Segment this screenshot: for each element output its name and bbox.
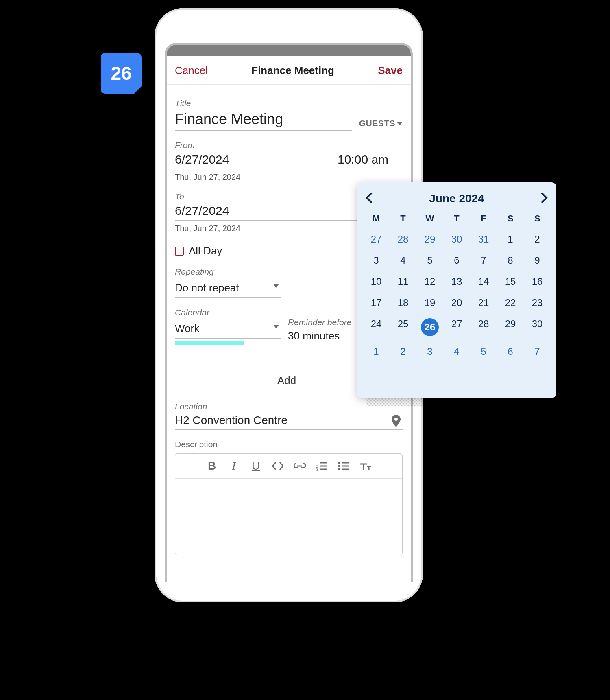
- repeating-select[interactable]: Do not repeat: [175, 279, 281, 298]
- calendar-day[interactable]: 30: [443, 229, 470, 250]
- calendar-day[interactable]: 16: [524, 271, 551, 292]
- calendar-day[interactable]: 2: [390, 341, 416, 362]
- calendar-week: 1234567: [363, 341, 551, 362]
- calendar-day[interactable]: 13: [443, 271, 470, 292]
- chevron-down-icon: [273, 325, 279, 328]
- calendar-weekday: W: [416, 213, 443, 224]
- calendar-day[interactable]: 21: [470, 292, 497, 313]
- calendar-value: Work: [175, 322, 199, 335]
- calendar-week: 272829303112: [363, 229, 551, 250]
- title-input[interactable]: Finance Meeting: [175, 111, 352, 131]
- calendar-day[interactable]: 1: [497, 229, 524, 250]
- title-label: Title: [175, 98, 403, 108]
- from-date-input[interactable]: 6/27/2024: [175, 153, 330, 169]
- svg-point-3: [338, 462, 340, 464]
- chevron-down-icon: [273, 284, 279, 288]
- svg-text:3: 3: [316, 468, 318, 471]
- next-month-button[interactable]: [540, 192, 548, 205]
- calendar-day[interactable]: 24: [363, 313, 390, 341]
- calendar-week: 10111213141516: [363, 271, 551, 292]
- calendar-weekday: S: [524, 213, 551, 224]
- calendar-day[interactable]: 20: [443, 292, 470, 313]
- calendar-day[interactable]: 6: [497, 341, 524, 362]
- calendar-day[interactable]: 18: [390, 292, 416, 313]
- prev-month-button[interactable]: [365, 192, 373, 205]
- calendar-day[interactable]: 4: [390, 250, 416, 271]
- calendar-day[interactable]: 31: [470, 229, 497, 250]
- save-button[interactable]: Save: [378, 64, 403, 77]
- calendar-day[interactable]: 30: [524, 313, 551, 341]
- calendar-day[interactable]: 19: [416, 292, 443, 313]
- calendar-day[interactable]: 28: [390, 229, 416, 250]
- calendar-week: 24252627282930: [363, 313, 551, 341]
- from-label: From: [175, 140, 403, 150]
- calendar-day[interactable]: 8: [497, 250, 524, 271]
- add-label: Add: [277, 374, 296, 387]
- svg-point-5: [338, 468, 340, 470]
- calendar-month-label: June 2024: [429, 192, 484, 205]
- location-input[interactable]: H2 Convention Centre: [175, 414, 403, 430]
- calendar-weekday: T: [390, 213, 416, 224]
- calendar-day[interactable]: 29: [416, 229, 443, 250]
- calendar-weekday: S: [497, 213, 524, 224]
- calendar-day[interactable]: 27: [443, 313, 470, 341]
- calendar-day[interactable]: 9: [524, 250, 551, 271]
- text-size-icon[interactable]: [359, 459, 372, 472]
- calendar-day[interactable]: 6: [443, 250, 470, 271]
- calendar-week: 3456789: [363, 250, 551, 271]
- calendar-day[interactable]: 11: [390, 271, 416, 292]
- calendar-day[interactable]: 15: [497, 271, 524, 292]
- code-icon[interactable]: [271, 459, 284, 472]
- editor-toolbar: B I U 123: [175, 454, 402, 479]
- calendar-day[interactable]: 10: [363, 271, 390, 292]
- calendar-select[interactable]: Work: [175, 320, 281, 339]
- calendar-day[interactable]: 26: [416, 313, 443, 341]
- calendar-day[interactable]: 5: [416, 250, 443, 271]
- calendar-day[interactable]: 7: [524, 341, 551, 362]
- calendar-day[interactable]: 2: [524, 229, 551, 250]
- guests-label: GUESTS: [359, 118, 395, 128]
- status-bar: [167, 45, 411, 56]
- calendar-weekday: T: [443, 213, 470, 224]
- calendar-day[interactable]: 3: [416, 341, 443, 362]
- calendar-day[interactable]: 4: [443, 341, 470, 362]
- calendar-day[interactable]: 22: [497, 292, 524, 313]
- calendar-day[interactable]: 7: [470, 250, 497, 271]
- guests-button[interactable]: GUESTS: [359, 118, 403, 128]
- calendar-week: 17181920212223: [363, 292, 551, 313]
- description-editor[interactable]: B I U 123: [175, 453, 403, 555]
- bullet-list-icon[interactable]: [337, 459, 350, 472]
- calendar-day[interactable]: 17: [363, 292, 390, 313]
- calendar-label: Calendar: [175, 308, 281, 317]
- calendar-day[interactable]: 12: [416, 271, 443, 292]
- from-date-sub: Thu, Jun 27, 2024: [175, 173, 403, 182]
- calendar-day[interactable]: 27: [363, 229, 390, 250]
- repeating-value: Do not repeat: [175, 282, 239, 294]
- calendar-weekday-row: MTWTFSS: [363, 213, 551, 224]
- from-time-input[interactable]: 10:00 am: [338, 153, 403, 169]
- calendar-day[interactable]: 5: [470, 341, 497, 362]
- checkbox-icon: [175, 247, 184, 256]
- calendar-app-badge: 26: [101, 53, 142, 94]
- calendar-day[interactable]: 3: [363, 250, 390, 271]
- ordered-list-icon[interactable]: 123: [315, 459, 328, 472]
- navbar: Cancel Finance Meeting Save: [167, 56, 411, 85]
- calendar-color-swatch: [175, 341, 244, 345]
- calendar-day[interactable]: 25: [390, 313, 416, 341]
- calendar-day[interactable]: 28: [470, 313, 497, 341]
- calendar-weekday: F: [470, 213, 497, 224]
- calendar-grid: 2728293031123456789101112131415161718192…: [363, 229, 551, 362]
- calendar-day[interactable]: 29: [497, 313, 524, 341]
- bold-icon[interactable]: B: [205, 459, 218, 472]
- calendar-day[interactable]: 14: [470, 271, 497, 292]
- svg-point-4: [338, 465, 340, 467]
- link-icon[interactable]: [293, 459, 306, 472]
- italic-icon[interactable]: I: [227, 459, 240, 472]
- underline-icon[interactable]: U: [249, 459, 262, 472]
- cancel-button[interactable]: Cancel: [175, 64, 208, 77]
- calendar-day[interactable]: 23: [524, 292, 551, 313]
- chevron-down-icon: [397, 122, 403, 125]
- location-pin-icon[interactable]: [391, 415, 401, 429]
- description-label: Description: [175, 440, 403, 449]
- calendar-day[interactable]: 1: [363, 341, 390, 362]
